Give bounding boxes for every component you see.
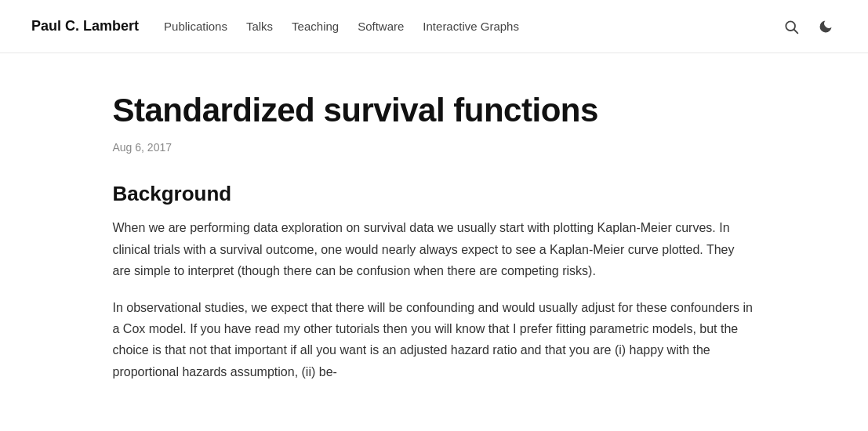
section-heading-background: Background xyxy=(113,182,756,206)
post-body: Background When we are performing data e… xyxy=(113,182,756,382)
site-title: Paul C. Lambert xyxy=(31,18,139,34)
search-icon xyxy=(783,19,799,34)
post-title: Standardized survival functions xyxy=(113,91,756,130)
header-right xyxy=(780,16,837,38)
nav-software[interactable]: Software xyxy=(358,20,404,33)
site-header: Paul C. Lambert Publications Talks Teach… xyxy=(0,0,868,53)
post-date: Aug 6, 2017 xyxy=(113,141,756,154)
svg-line-1 xyxy=(794,29,798,33)
dark-mode-button[interactable] xyxy=(815,16,837,38)
nav-interactive-graphs[interactable]: Interactive Graphs xyxy=(423,20,519,33)
post-paragraph-1: When we are performing data exploration … xyxy=(113,217,756,281)
moon-icon xyxy=(818,19,833,34)
nav-talks[interactable]: Talks xyxy=(246,20,273,33)
main-content: Standardized survival functions Aug 6, 2… xyxy=(82,53,787,429)
header-left: Paul C. Lambert Publications Talks Teach… xyxy=(31,18,519,34)
main-nav: Publications Talks Teaching Software Int… xyxy=(164,20,519,33)
nav-teaching[interactable]: Teaching xyxy=(292,20,339,33)
post-paragraph-2: In observational studies, we expect that… xyxy=(113,297,756,382)
search-button[interactable] xyxy=(780,16,802,38)
nav-publications[interactable]: Publications xyxy=(164,20,227,33)
